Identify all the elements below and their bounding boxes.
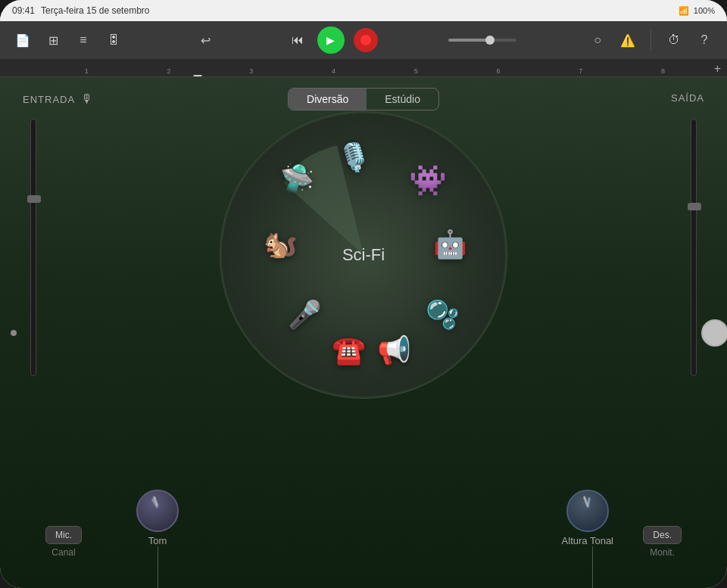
ruler-mark-7: 7 [579,67,582,75]
toolbar-right-group: ○ ⚠️ ⏱ ? [587,30,715,51]
ruler-mark-8: 8 [661,67,665,75]
tom-knob-group: Tom [136,490,179,546]
input-label: ENTRADA 🎙 [23,92,94,106]
ruler-mark-2: 2 [167,67,171,75]
monit-label: Monit. [650,547,675,558]
voice-circle-container[interactable]: Sci-Fi 🛸 🎙️ 👾 🐿️ [220,111,507,399]
toolbar-separator [651,30,651,51]
record-dot [360,35,371,45]
toolbar-left-group: 📄 ⊞ ≡ 🎛 [12,30,124,51]
settings-eq-button[interactable]: 🎛 [103,30,124,51]
mic-canal-group: Mic. Canal [45,526,82,558]
canal-label: Canal [51,547,75,558]
undo-button[interactable]: ↩ [195,30,216,51]
status-bar-left: 09:41 Terça-feira 15 de setembro [12,5,149,16]
mic-stand-emoji: 🎤 [288,299,322,331]
voice-item-megaphone[interactable]: 📢 [377,334,411,366]
timer-button[interactable]: ⏱ [663,30,685,51]
monster-emoji: 👾 [409,163,447,198]
ruler-mark-3: 3 [249,67,253,75]
volume-thumb [485,36,495,45]
voice-item-bubbles[interactable]: 🫧 [426,299,460,331]
play-button[interactable]: ▶ [317,26,345,54]
output-slider-thumb [688,203,701,210]
voice-circle: Sci-Fi 🛸 🎙️ 👾 🐿️ [220,111,507,399]
voice-item-telephone[interactable]: ☎️ [332,334,366,366]
telephone-emoji: ☎️ [332,334,366,366]
ruler-mark-5: 5 [414,67,418,75]
voice-item-monster[interactable]: 👾 [409,163,447,198]
des-monit-group: Des. Monit. [643,526,682,558]
input-volume-slider[interactable] [30,119,36,376]
bubbles-emoji: 🫧 [426,299,460,331]
add-track-button[interactable]: + [714,62,721,76]
record-button[interactable] [354,28,378,52]
mic-emoji: 🎙️ [337,142,371,173]
metronome-button[interactable]: ○ [587,30,608,51]
volume-slider[interactable] [448,39,516,42]
voice-item-mic-stand[interactable]: 🎤 [288,299,322,331]
tom-label: Tom [148,535,167,546]
side-dot[interactable] [11,330,17,336]
mixer-button[interactable]: ≡ [73,30,94,51]
status-bar-right: 📶 100% [679,6,715,16]
status-bar: 09:41 Terça-feira 15 de setembro 📶 100% [0,0,727,21]
warning-button[interactable]: ⚠️ [617,30,638,51]
toolbar-volume-group [448,39,516,42]
time-display: 09:41 [12,5,35,16]
track-view-button[interactable]: ⊞ [42,30,64,51]
main-area: ENTRADA 🎙 SAÍDA Diversão Estúdio [0,77,727,588]
wifi-icon: 📶 [679,6,689,16]
altura-tonal-knob-group: Altura Tonal [562,490,613,546]
timeline-ruler: 1 2 3 4 5 6 7 8 + [0,59,727,77]
toolbar-center-group: ↩ [195,30,216,51]
altura-tonal-knob[interactable] [566,490,609,532]
altura-tonal-label: Altura Tonal [562,535,613,546]
toolbar: 📄 ⊞ ≡ 🎛 ↩ ⏮ ▶ ○ ⚠️ ⏱ ? [0,21,727,59]
ruler-mark-1: 1 [85,67,89,75]
voice-item-mic[interactable]: 🎙️ [337,142,371,173]
toolbar-transport-group: ⏮ ▶ [287,26,378,54]
mic-icon: 🎙 [81,92,94,106]
voice-item-ufo[interactable]: 🛸 [280,163,314,194]
des-button[interactable]: Des. [643,526,682,544]
date-display: Terça-feira 15 de setembro [41,5,149,16]
tab-fun-button[interactable]: Diversão [289,89,367,110]
new-track-button[interactable]: 📄 [12,30,33,51]
squirrel-emoji: 🐿️ [264,229,298,260]
ufo-emoji: 🛸 [280,163,314,194]
ruler-mark-4: 4 [332,67,335,75]
ipad-frame: 09:41 Terça-feira 15 de setembro 📶 100% … [0,0,727,588]
tab-bar: Diversão Estúdio [288,88,439,110]
mic-select-button[interactable]: Mic. [45,526,82,544]
voice-item-squirrel[interactable]: 🐿️ [264,229,298,260]
output-label: SAÍDA [671,92,704,104]
home-button[interactable] [701,319,727,347]
robot-emoji: 🤖 [433,229,467,260]
output-volume-slider[interactable] [691,119,697,376]
rewind-button[interactable]: ⏮ [287,30,308,51]
megaphone-emoji: 📢 [377,334,411,366]
voice-item-robot[interactable]: 🤖 [433,229,467,260]
input-slider-thumb [27,195,41,203]
ruler-mark-6: 6 [497,67,501,75]
altura-tonal-knob-indicator [586,497,590,508]
help-button[interactable]: ? [694,30,715,51]
altura-tonal-pointer-line [592,546,593,588]
battery-display: 100% [694,6,715,15]
tab-studio-button[interactable]: Estúdio [367,89,438,110]
tom-pointer-line [158,546,158,588]
tom-knob[interactable] [136,490,179,532]
tom-knob-indicator [151,498,159,509]
